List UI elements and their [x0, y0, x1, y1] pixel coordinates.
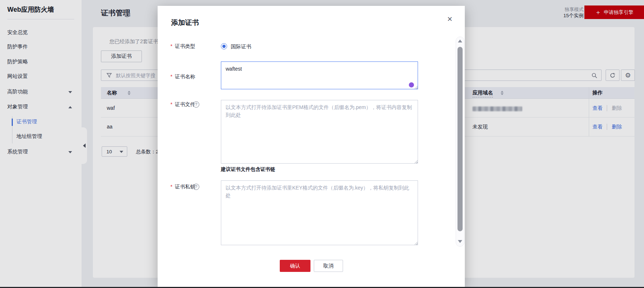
required-marker: * — [170, 101, 174, 107]
certificate-name-input[interactable]: waftest — [221, 61, 418, 89]
confirm-button[interactable]: 确认 — [280, 260, 310, 272]
add-certificate-dialog: 添加证书 × * 证书类型 国际证书 * 证书名称 waftest * 证书文件… — [158, 6, 465, 287]
required-marker: * — [170, 74, 174, 79]
field-label-file: 证书文件 — [175, 101, 195, 108]
radio-dot — [222, 45, 226, 48]
input-marker-dot — [409, 82, 414, 87]
help-circle-icon[interactable]: ? — [193, 101, 199, 108]
radio-label: 国际证书 — [231, 44, 251, 50]
cancel-button[interactable]: 取消 — [314, 260, 343, 272]
field-help-key: ? — [193, 183, 199, 190]
field-label-type: 证书类型 — [175, 43, 195, 50]
help-circle-icon[interactable]: ? — [193, 184, 199, 190]
certificate-file-input[interactable] — [221, 100, 418, 164]
scroll-up-arrow-icon[interactable] — [458, 40, 462, 42]
dialog-title: 添加证书 — [171, 18, 199, 27]
scroll-down-arrow-icon[interactable] — [458, 240, 462, 243]
field-label-key: 证书私钥 — [175, 184, 195, 190]
certificate-chain-hint: 建议证书文件包含证书链 — [221, 166, 275, 173]
close-icon[interactable]: × — [447, 15, 452, 23]
radio-international-cert[interactable] — [221, 43, 227, 49]
field-help-file: ? — [193, 101, 199, 108]
private-key-input[interactable] — [221, 180, 418, 245]
field-label-name: 证书名称 — [175, 74, 195, 80]
required-marker: * — [170, 184, 174, 190]
modal-scrollbar-thumb[interactable] — [457, 47, 463, 231]
required-marker: * — [170, 43, 174, 49]
screen: Web应用防火墙 安全总览 防护事件 防护策略 网站设置 高阶功能 对象管理 证… — [0, 0, 644, 288]
